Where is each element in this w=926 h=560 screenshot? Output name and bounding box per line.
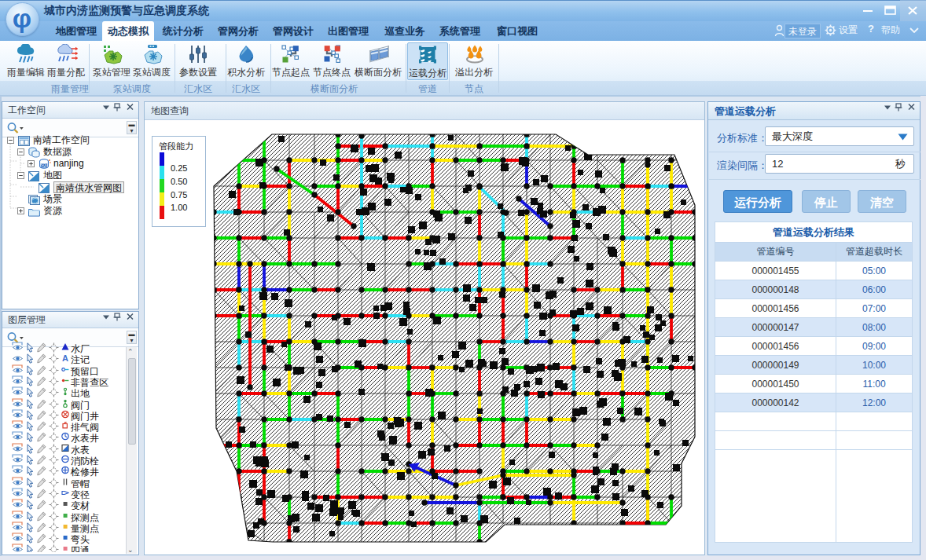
svg-text:SQL: SQL bbox=[40, 163, 48, 167]
svg-text:A: A bbox=[62, 353, 68, 362]
svg-text:φ: φ bbox=[13, 3, 31, 33]
